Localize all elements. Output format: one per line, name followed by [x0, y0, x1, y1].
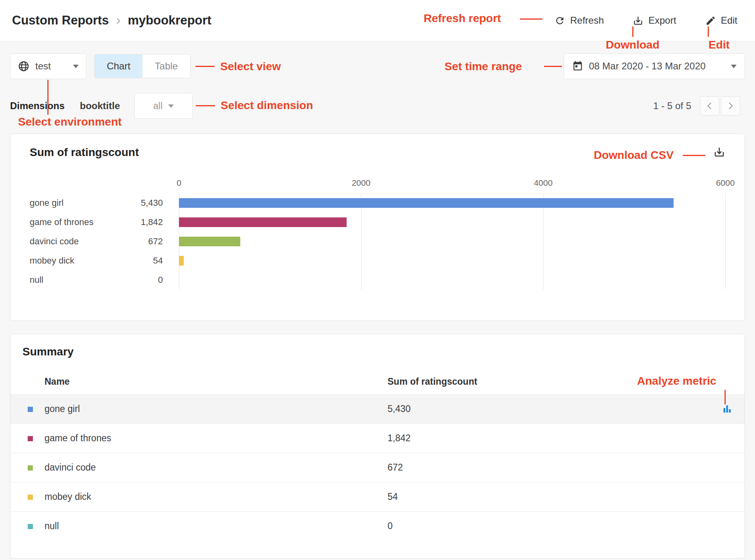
- row-name-cell: gone girl: [10, 394, 388, 424]
- dimensions-label: Dimensions: [10, 100, 65, 112]
- breadcrumb-chevron-icon: ›: [116, 13, 120, 28]
- gridline: [543, 193, 544, 290]
- bar-game-of-thrones[interactable]: [179, 217, 347, 227]
- row-action-cell: [708, 394, 745, 424]
- column-header-actions: [708, 369, 745, 394]
- chart-value-label: 54: [115, 256, 179, 266]
- row-name: game of thrones: [45, 433, 111, 443]
- series-color-swatch: [28, 495, 33, 500]
- view-toggle: Chart Table: [94, 54, 191, 78]
- date-range-text: 08 Mar 2020 - 13 Mar 2020: [589, 61, 706, 72]
- download-csv-icon: [713, 146, 725, 158]
- row-name: davinci code: [45, 462, 96, 473]
- row-name: mobey dick: [45, 491, 91, 502]
- row-action-cell: [708, 453, 745, 482]
- header: Custom Reports › mybookreport Refresh Ex…: [0, 0, 755, 41]
- edit-pencil-icon: [705, 15, 716, 26]
- row-name-cell: davinci code: [10, 453, 388, 482]
- environment-selector[interactable]: test: [10, 53, 86, 79]
- chart-row: game of thrones1,842: [30, 213, 179, 232]
- summary-table: Name Sum of ratingscount gone girl5,430g…: [10, 369, 745, 541]
- chart-category-label: mobey dick: [30, 256, 115, 266]
- chart-value-label: 1,842: [115, 217, 179, 227]
- breadcrumb-custom-reports[interactable]: Custom Reports: [12, 13, 109, 28]
- export-button[interactable]: Export: [633, 15, 676, 26]
- chart-value-label: 0: [115, 275, 179, 285]
- row-name-cell: game of thrones: [10, 424, 388, 453]
- chevron-down-icon: [73, 65, 79, 68]
- chart-axis: 0200040006000: [179, 172, 725, 193]
- dimension-filter-value: all: [153, 101, 162, 112]
- chart-row: davinci code672: [30, 232, 179, 251]
- chart-category-label: gone girl: [30, 198, 115, 208]
- table-view-button[interactable]: Table: [142, 55, 190, 78]
- chevron-left-icon: [704, 101, 715, 111]
- breadcrumb-report-name: mybookreport: [128, 13, 211, 28]
- header-actions: Refresh Export Edit: [554, 15, 737, 26]
- toolbar: test Chart Table 08 Mar 2020 - 13 Mar 20…: [10, 53, 745, 79]
- chevron-down-icon: [731, 65, 737, 68]
- gridline: [361, 193, 361, 290]
- pagination-next-button[interactable]: [721, 96, 740, 116]
- pagination-text: 1 - 5 of 5: [653, 100, 691, 112]
- table-row: gone girl5,430: [10, 394, 745, 424]
- chart-row: null0: [30, 270, 179, 290]
- row-value: 1,842: [388, 424, 708, 453]
- column-header-name: Name: [10, 369, 388, 394]
- row-name: gone girl: [45, 404, 80, 414]
- summary-title: Summary: [10, 345, 745, 363]
- dimension-filter-dropdown[interactable]: all: [134, 93, 193, 119]
- bar-mobey-dick[interactable]: [179, 256, 184, 266]
- chart-plot-column: 0200040006000: [179, 172, 725, 294]
- chart-category-label: null: [30, 275, 115, 285]
- table-row: mobey dick54: [10, 482, 745, 511]
- row-name-cell: null: [10, 511, 388, 541]
- pagination-controls: [700, 96, 740, 116]
- chart-value-label: 672: [115, 236, 179, 247]
- axis-tick-label: 0: [177, 178, 181, 188]
- chevron-right-icon: [725, 101, 736, 111]
- bar-davinci-code[interactable]: [179, 237, 240, 246]
- table-row: null0: [10, 511, 745, 541]
- chart-value-label: 5,430: [115, 198, 179, 208]
- refresh-label: Refresh: [570, 15, 604, 26]
- row-value: 672: [388, 453, 708, 482]
- series-color-swatch: [28, 436, 33, 441]
- analyze-bar-chart-icon: [722, 404, 733, 414]
- summary-card: Summary Name Sum of ratingscount gone gi…: [10, 334, 745, 558]
- analyze-metric-button[interactable]: [722, 404, 733, 414]
- table-row: davinci code672: [10, 453, 745, 482]
- row-name-cell: mobey dick: [10, 482, 388, 511]
- chart-category-label: game of thrones: [30, 217, 115, 227]
- dimension-name: booktitle: [80, 100, 120, 112]
- row-action-cell: [708, 511, 745, 541]
- row-name: null: [45, 521, 59, 531]
- chevron-down-icon: [168, 104, 174, 108]
- chart-view-button[interactable]: Chart: [95, 55, 142, 78]
- refresh-button[interactable]: Refresh: [554, 15, 604, 26]
- date-range-picker[interactable]: 08 Mar 2020 - 13 Mar 2020: [564, 53, 745, 79]
- bar-gone-girl[interactable]: [179, 198, 674, 208]
- chart-category-label: davinci code: [30, 236, 115, 247]
- axis-tick-label: 4000: [534, 178, 553, 188]
- axis-tick-label: 6000: [716, 178, 735, 188]
- calendar-icon: [572, 61, 583, 72]
- chart-row: gone girl5,430: [30, 193, 179, 213]
- chart-row: mobey dick54: [30, 251, 179, 270]
- series-color-swatch: [28, 465, 33, 471]
- summary-table-body: gone girl5,430game of thrones1,842davinc…: [10, 394, 745, 541]
- edit-button[interactable]: Edit: [705, 15, 737, 26]
- breadcrumb: Custom Reports › mybookreport: [12, 13, 211, 28]
- row-value: 0: [388, 511, 708, 541]
- row-action-cell: [708, 482, 745, 511]
- chart-plot: [179, 193, 725, 294]
- bar-chart: gone girl5,430game of thrones1,842davinc…: [30, 172, 725, 294]
- summary-header-row: Name Sum of ratingscount: [10, 369, 745, 394]
- dimensions-row: Dimensions booktitle all 1 - 5 of 5: [10, 92, 745, 120]
- gridline: [725, 193, 726, 290]
- download-csv-button[interactable]: [713, 146, 725, 158]
- environment-label: test: [35, 61, 51, 72]
- row-value: 54: [388, 482, 708, 511]
- column-header-sum: Sum of ratingscount: [388, 369, 708, 394]
- pagination-prev-button[interactable]: [700, 96, 719, 116]
